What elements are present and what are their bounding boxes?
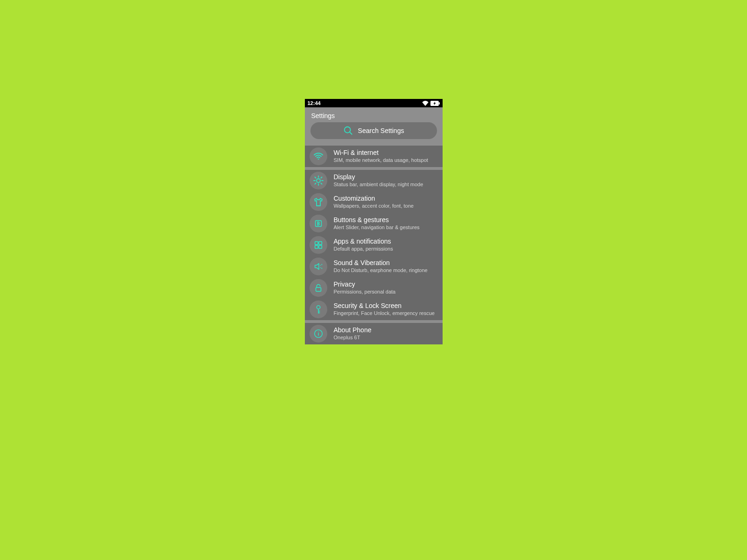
status-bar: 12:44 xyxy=(305,99,443,107)
row-title: Privacy xyxy=(334,280,396,288)
row-title: Sound & Viberation xyxy=(334,259,428,267)
svg-rect-17 xyxy=(315,245,317,248)
svg-rect-23 xyxy=(316,287,321,291)
row-text: About Phone Oneplus 6T xyxy=(334,326,372,341)
status-time: 12:44 xyxy=(308,100,321,106)
svg-line-13 xyxy=(321,177,322,178)
row-title: Display xyxy=(334,173,423,181)
settings-row-buttons[interactable]: Buttons & gestures Alert Slider, navigat… xyxy=(305,213,443,234)
svg-point-24 xyxy=(317,306,320,309)
battery-charging-icon xyxy=(430,101,440,106)
row-subtitle: SIM, mobile network, data usage, hotspot xyxy=(334,157,428,163)
svg-line-12 xyxy=(315,183,316,184)
info-icon xyxy=(310,325,327,343)
apps-icon xyxy=(310,236,327,254)
row-subtitle: Default appa, permissions xyxy=(334,245,393,252)
settings-row-display[interactable]: Display Status bar, ambient display, nig… xyxy=(305,170,443,191)
settings-group: About Phone Oneplus 6T xyxy=(305,323,443,344)
row-text: Customization Wallpapers, accent color, … xyxy=(334,195,414,209)
sound-icon xyxy=(310,258,327,275)
settings-row-wifi[interactable]: Wi-Fi & internet SIM, mobile network, da… xyxy=(305,146,443,167)
row-subtitle: Wallpapers, accent color, font, tone xyxy=(334,203,414,209)
svg-rect-1 xyxy=(438,102,439,105)
row-text: Security & Lock Screen Fingerprint, Face… xyxy=(334,302,435,316)
svg-rect-16 xyxy=(318,242,321,245)
settings-header: Settings Search Settings xyxy=(305,107,443,143)
row-subtitle: Fingerprint, Face Unlock, emergency resc… xyxy=(334,310,435,316)
row-subtitle: Permissions, personal data xyxy=(334,288,396,295)
lock-icon xyxy=(310,279,327,297)
svg-line-3 xyxy=(349,132,352,135)
settings-row-customization[interactable]: Customization Wallpapers, accent color, … xyxy=(305,191,443,213)
row-title: Buttons & gestures xyxy=(334,216,420,224)
shirt-icon xyxy=(310,193,327,211)
svg-point-4 xyxy=(317,159,318,160)
status-icons xyxy=(422,101,440,106)
phone-frame: 12:44 Settings Search Sett xyxy=(305,99,443,344)
row-text: Buttons & gestures Alert Slider, navigat… xyxy=(334,216,420,231)
row-subtitle: Alert Slider, navigation bar & gestures xyxy=(334,224,420,231)
row-text: Apps & notifications Default appa, permi… xyxy=(334,238,393,252)
row-title: Customization xyxy=(334,195,414,203)
settings-row-security[interactable]: Security & Lock Screen Fingerprint, Face… xyxy=(305,299,443,320)
svg-point-5 xyxy=(317,179,320,182)
settings-group: Wi-Fi & internet SIM, mobile network, da… xyxy=(305,146,443,167)
svg-point-2 xyxy=(344,127,350,133)
settings-row-privacy[interactable]: Privacy Permissions, personal data xyxy=(305,277,443,299)
row-text: Display Status bar, ambient display, nig… xyxy=(334,173,423,188)
svg-line-10 xyxy=(315,177,316,178)
settings-row-apps[interactable]: Apps & notifications Default appa, permi… xyxy=(305,234,443,256)
settings-row-sound[interactable]: Sound & Viberation Do Not Disturb, earph… xyxy=(305,256,443,277)
svg-line-11 xyxy=(321,183,322,184)
wifi-status-icon xyxy=(422,101,429,106)
search-icon xyxy=(343,126,353,136)
row-subtitle: Oneplus 6T xyxy=(334,334,372,341)
key-icon xyxy=(310,301,327,318)
page-title: Settings xyxy=(311,112,437,119)
row-subtitle: Status bar, ambient display, night mode xyxy=(334,181,423,188)
brightness-icon xyxy=(310,172,327,189)
row-subtitle: Do Not Disturb, earphone mode, ringtone xyxy=(334,267,428,273)
svg-rect-15 xyxy=(315,242,317,245)
search-placeholder: Search Settings xyxy=(358,127,404,134)
row-text: Wi-Fi & internet SIM, mobile network, da… xyxy=(334,149,428,163)
row-title: Apps & notifications xyxy=(334,238,393,245)
row-title: Security & Lock Screen xyxy=(334,302,435,310)
row-title: Wi-Fi & internet xyxy=(334,149,428,157)
row-title: About Phone xyxy=(334,326,372,334)
svg-rect-18 xyxy=(318,245,321,248)
row-text: Privacy Permissions, personal data xyxy=(334,280,396,295)
search-settings-bar[interactable]: Search Settings xyxy=(310,122,437,139)
button-icon xyxy=(310,215,327,232)
row-text: Sound & Viberation Do Not Disturb, earph… xyxy=(334,259,428,273)
wifi-icon xyxy=(310,147,327,165)
settings-row-about[interactable]: About Phone Oneplus 6T xyxy=(305,323,443,344)
settings-group: Display Status bar, ambient display, nig… xyxy=(305,170,443,320)
